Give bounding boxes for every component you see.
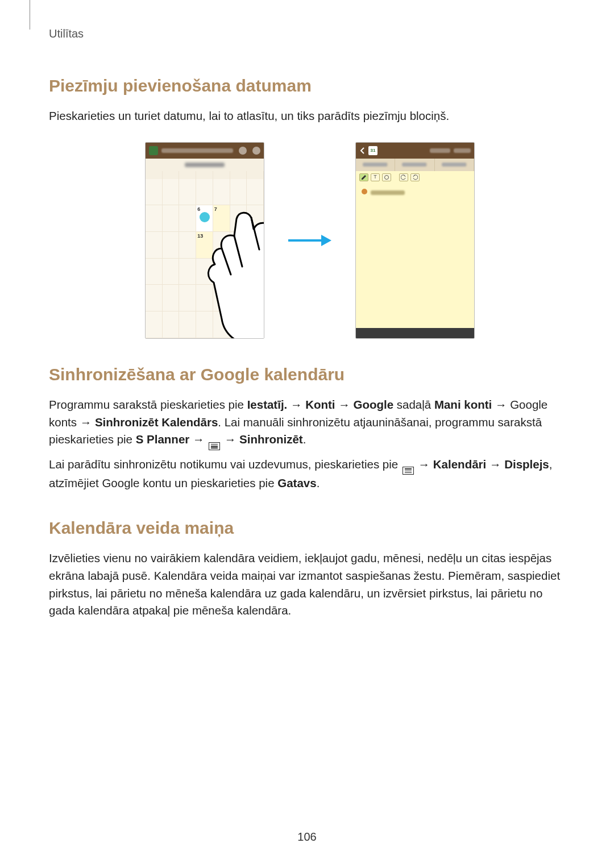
- menu-icon: [403, 467, 414, 475]
- section2-title: Sinhronizēšana ar Google kalendāru: [49, 362, 571, 387]
- svg-point-2: [385, 175, 389, 179]
- figure-note-toolbar: T: [356, 171, 474, 184]
- figure-note-header: 31: [356, 143, 474, 159]
- arrow-icon: [287, 232, 333, 249]
- figure-cal-cell-6: 6: [196, 205, 213, 232]
- figure-cal-cell-7: 7: [213, 205, 230, 232]
- svg-marker-1: [321, 235, 331, 246]
- pen-tool-icon: [359, 173, 368, 181]
- note-line-blur: [371, 190, 405, 195]
- section2-p1: Programmu sarakstā pieskarieties pie Ies…: [49, 396, 571, 450]
- section2-p2: Lai parādītu sinhronizētu notikumu vai u…: [49, 456, 571, 492]
- figure-note-area: [356, 184, 474, 328]
- eraser-tool-icon: [382, 173, 391, 181]
- figure-cal-monthbar: [146, 159, 264, 171]
- splanner-icon: [149, 146, 158, 155]
- figure-cal-cell-13: 13: [196, 232, 213, 259]
- section3-title: Kalendāra veida maiņa: [49, 515, 571, 541]
- breadcrumb: Utilītas: [49, 25, 571, 42]
- section3-p1: Izvēlieties vienu no vairākiem kalendāra…: [49, 550, 571, 620]
- undo-icon: [399, 173, 408, 181]
- today-icon: [239, 147, 247, 155]
- redo-icon: [410, 173, 420, 181]
- figure-calendar-device: 6 7 13: [145, 142, 264, 339]
- figure-note-device: 31 T: [355, 142, 475, 339]
- figure-cal-grid: 6 7 13: [146, 179, 264, 338]
- add-icon: [252, 147, 260, 155]
- text-tool-icon: T: [371, 173, 380, 181]
- page-content: Utilītas Piezīmju pievienošana datumam P…: [0, 0, 614, 868]
- note-bullet-icon: [362, 189, 367, 194]
- figure-cal-dow: [146, 171, 264, 179]
- figure-cal-header-text: [161, 148, 233, 153]
- figure-note-footer: [356, 328, 474, 338]
- save-blur: [454, 148, 471, 153]
- figure-row: 6 7 13: [49, 142, 571, 339]
- section1-title: Piezīmju pievienošana datumam: [49, 73, 571, 98]
- figure-cal-header: [146, 143, 264, 159]
- figure-note-tabs: [356, 159, 474, 171]
- cancel-blur: [430, 148, 450, 153]
- page-number: 106: [0, 828, 614, 845]
- back-icon: [359, 147, 365, 155]
- calendar-date-icon: 31: [368, 146, 377, 155]
- section1-p1: Pieskarieties un turiet datumu, lai to a…: [49, 107, 571, 125]
- menu-icon: [209, 442, 220, 450]
